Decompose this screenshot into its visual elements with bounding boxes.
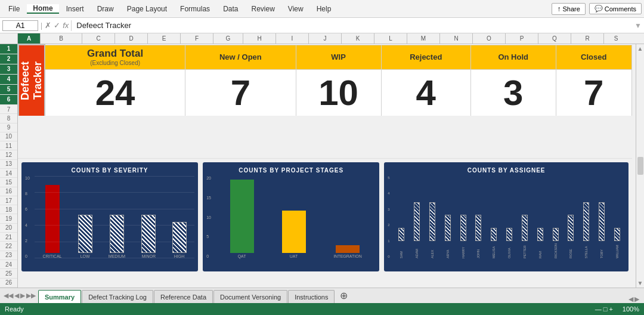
project-stages-chart-title: COUNTS BY PROJECT STAGES: [239, 167, 343, 174]
menu-insert[interactable]: Insert: [60, 5, 90, 13]
bar-alex: ALEX: [429, 176, 435, 258]
comment-icon: 💬: [595, 5, 603, 13]
grand-total-value: 24: [45, 70, 185, 116]
empty-rows-below: [18, 275, 632, 288]
row-num-23: 23: [0, 251, 17, 260]
on-hold-value: 3: [470, 70, 556, 116]
share-button[interactable]: ↑ Share: [552, 3, 585, 15]
row-num-8: 8: [0, 114, 17, 123]
rejected-header: Rejected: [381, 45, 470, 70]
corner-cell: [0, 33, 18, 44]
comments-label: Comments: [605, 5, 636, 13]
row-numbers: 1 2 3 4 5 6 7 8 9 10 11 12 13 14 15 16 1…: [0, 44, 18, 288]
tab-reference-data[interactable]: Reference Data: [154, 290, 213, 303]
col-k[interactable]: K: [342, 33, 374, 44]
bar-william: WILLIAM: [614, 176, 620, 258]
vertical-scrollbar[interactable]: ▲ ▼: [636, 44, 644, 288]
col-p[interactable]: P: [506, 33, 538, 44]
row-num-24: 24: [0, 260, 17, 269]
sheet-nav-right[interactable]: ◀▶: [624, 295, 644, 303]
bar-toby: TOBY: [599, 176, 605, 258]
menu-home[interactable]: Home: [27, 4, 58, 14]
menu-data[interactable]: Data: [217, 5, 244, 13]
status-bar: Ready — □ + 100%: [0, 303, 644, 315]
assignee-chart-area: 0 1 2 3 4 5 SAM: [388, 176, 625, 269]
col-e[interactable]: E: [148, 33, 181, 44]
share-label: Share: [562, 5, 580, 13]
col-i[interactable]: I: [276, 33, 309, 44]
bar-sam: SAM: [398, 176, 404, 258]
row-num-21: 21: [0, 233, 17, 242]
tab-summary[interactable]: Summary: [38, 290, 81, 303]
menu-draw[interactable]: Draw: [91, 5, 120, 13]
expand-formula-icon[interactable]: ▼: [634, 21, 642, 30]
col-c[interactable]: C: [82, 33, 115, 44]
tab-document-versoning[interactable]: Document Versoning: [213, 290, 287, 303]
menu-file[interactable]: File: [2, 5, 26, 13]
row-num-20: 20: [0, 224, 17, 233]
rejected-value: 4: [381, 70, 470, 116]
project-stages-chart: COUNTS BY PROJECT STAGES 0 5 10 15 20: [203, 162, 379, 271]
row-num-4: 4: [0, 75, 17, 85]
assignee-chart: COUNTS BY ASSIGNEE 0 1 2 3 4 5: [384, 162, 628, 271]
empty-rows-section: [18, 116, 632, 159]
row-num-1: 1: [0, 44, 17, 54]
col-s[interactable]: S: [604, 33, 628, 44]
menu-page-layout[interactable]: Page Layout: [121, 5, 173, 13]
menu-review[interactable]: Review: [245, 5, 280, 13]
col-m[interactable]: M: [407, 33, 440, 44]
bar-petter: PETTER: [522, 176, 528, 258]
col-a[interactable]: A: [18, 33, 41, 44]
row-num-25: 25: [0, 269, 17, 278]
col-j[interactable]: J: [309, 33, 342, 44]
bar-rickson: RICKSON: [553, 176, 559, 258]
col-header-row: A B C D E F G H I J K L M N O P Q R S: [0, 33, 644, 44]
col-l[interactable]: L: [374, 33, 407, 44]
ready-status: Ready: [5, 305, 24, 313]
col-r[interactable]: R: [571, 33, 604, 44]
add-sheet-button[interactable]: ⊕: [335, 290, 352, 301]
bar-rose: ROSE: [568, 176, 574, 258]
closed-value: 7: [556, 70, 631, 116]
col-d[interactable]: D: [115, 33, 148, 44]
ribbon-bar: File Home Insert Draw Page Layout Formul…: [0, 0, 644, 315]
comments-button[interactable]: 💬 Comments: [589, 3, 642, 14]
row-num-18: 18: [0, 205, 17, 214]
tab-defect-tracking-log[interactable]: Defect Tracking Log: [82, 290, 153, 303]
bar-medium: MEDIUM: [109, 176, 125, 258]
bar-john: JOHN: [475, 176, 481, 258]
row-num-19: 19: [0, 214, 17, 223]
bar-qat: QAT: [230, 176, 254, 258]
cell-reference[interactable]: A1: [2, 20, 38, 31]
content-area: 1 2 3 4 5 6 7 8 9 10 11 12 13 14 15 16 1…: [0, 44, 644, 288]
confirm-icon[interactable]: ✓: [54, 21, 60, 30]
menu-view[interactable]: View: [282, 5, 309, 13]
col-f[interactable]: F: [181, 33, 213, 44]
bar-uat: UAT: [282, 176, 306, 258]
zoom-controls[interactable]: — □ +: [595, 305, 613, 313]
col-n[interactable]: N: [440, 33, 473, 44]
col-b[interactable]: B: [41, 33, 82, 44]
summary-section: Defeect Tracker Grand Total (Excluding C…: [18, 44, 632, 117]
charts-section: COUNTS BY SEVERITY 0 2 4 6 8 10: [18, 159, 632, 275]
formula-content: Defeect Tracker: [74, 21, 131, 30]
col-o[interactable]: O: [473, 33, 506, 44]
row-num-5: 5: [0, 85, 17, 95]
row-num-14: 14: [0, 169, 17, 178]
tab-nav-arrows[interactable]: ◀◀◀▶▶▶: [1, 292, 38, 299]
bottom-area: ◀◀◀▶▶▶ Summary Defect Tracking Log Refer…: [0, 288, 644, 315]
bar-ravi: RAVI: [537, 176, 543, 258]
cancel-icon[interactable]: ✗: [45, 21, 51, 30]
function-icon[interactable]: fx: [63, 21, 69, 30]
col-g[interactable]: G: [213, 33, 243, 44]
row-num-7: 7: [0, 105, 17, 114]
menu-help[interactable]: Help: [311, 5, 338, 13]
menu-formulas[interactable]: Formulas: [174, 5, 216, 13]
bar-minor: MINOR: [141, 176, 156, 258]
row-num-10: 10: [0, 132, 17, 141]
col-q[interactable]: Q: [538, 33, 571, 44]
severity-chart-title: COUNTS BY SEVERITY: [72, 167, 148, 174]
col-h[interactable]: H: [243, 33, 276, 44]
grand-total-title: Grand Total: [50, 48, 180, 60]
tab-instructions[interactable]: Instructions: [288, 290, 335, 303]
